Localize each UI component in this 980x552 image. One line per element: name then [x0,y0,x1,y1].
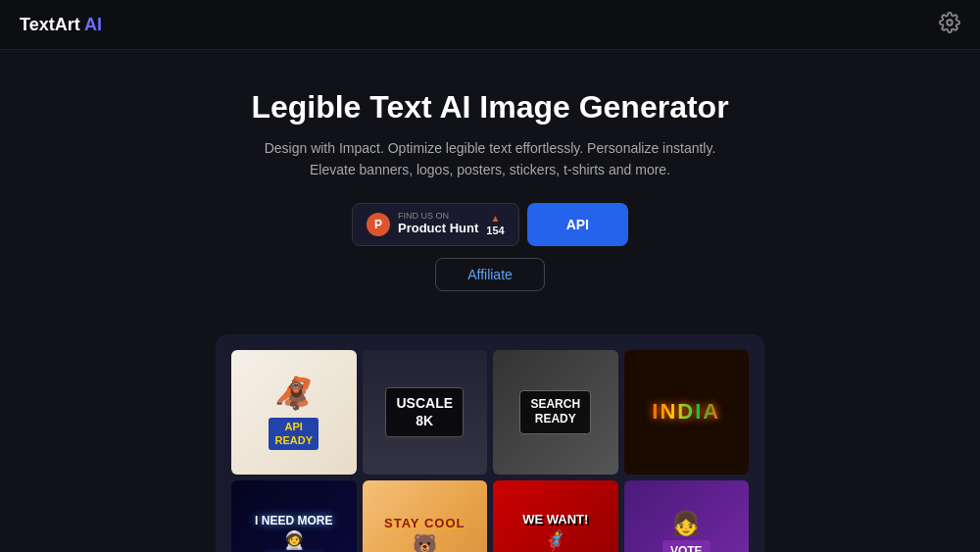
producthunt-label: Product Hunt [398,221,478,237]
hero-subtitle: Design with Impact. Optimize legible tex… [255,137,725,181]
brand-ai: AI [80,15,102,34]
gallery-item-8[interactable]: 👧 VOTENOW [624,480,750,552]
gallery-item-2[interactable]: USCALE8K [363,350,488,476]
api-button[interactable]: API [527,203,628,246]
navbar: TextArt AI [0,0,980,50]
tile-3-text: SEARCHREADY [519,390,591,434]
gallery-item-7[interactable]: WE WANT! 🦸 DELETE! [493,480,618,552]
tile-2-text: USCALE8K [385,387,464,436]
brand-logo[interactable]: TextArt AI [20,15,102,35]
producthunt-badge: ▲ 154 [486,213,504,236]
producthunt-button[interactable]: P FIND US ON Product Hunt ▲ 154 [352,203,519,246]
tile-5-top-text: I NEED MORE [255,514,332,527]
gallery-item-4[interactable]: INDIA [624,350,750,476]
producthunt-count: 154 [486,225,504,236]
gallery-item-5[interactable]: I NEED MORE 🧑‍🚀 SPACE [231,480,357,552]
brand-name: TextArt [20,15,80,34]
upvote-arrow-icon: ▲ [491,213,501,224]
hero-title: Legible Text AI Image Generator [20,89,960,125]
gallery-item-3[interactable]: SEARCHREADY [493,350,618,476]
tile-6-top-text: STAY COOL [384,516,465,531]
tile-4-text: INDIA [652,399,720,425]
producthunt-eyebrow: FIND US ON [398,212,449,221]
monkey-emoji-icon: 🦧 [274,375,314,412]
settings-icon[interactable] [939,12,960,37]
tile-7-top-text: WE WANT! [522,512,588,527]
producthunt-text: FIND US ON Product Hunt [398,212,478,237]
gallery-item-6[interactable]: STAY COOL 🐻 Stay y Cool [363,480,488,552]
producthunt-logo: P [367,213,390,236]
tile-1-text: APIREADY [269,418,318,449]
hero-section: Legible Text AI Image Generator Design w… [0,50,980,334]
tile-8-text: VOTENOW [662,540,710,552]
gallery-container: 🦧 APIREADY USCALE8K SEARCHREADY INDIA [216,334,764,552]
cta-row: P FIND US ON Product Hunt ▲ 154 API [20,203,960,246]
gallery-grid: 🦧 APIREADY USCALE8K SEARCHREADY INDIA [231,350,749,552]
svg-point-0 [947,20,953,25]
gallery-item-1[interactable]: 🦧 APIREADY [231,350,357,476]
affiliate-button[interactable]: Affiliate [435,258,545,291]
